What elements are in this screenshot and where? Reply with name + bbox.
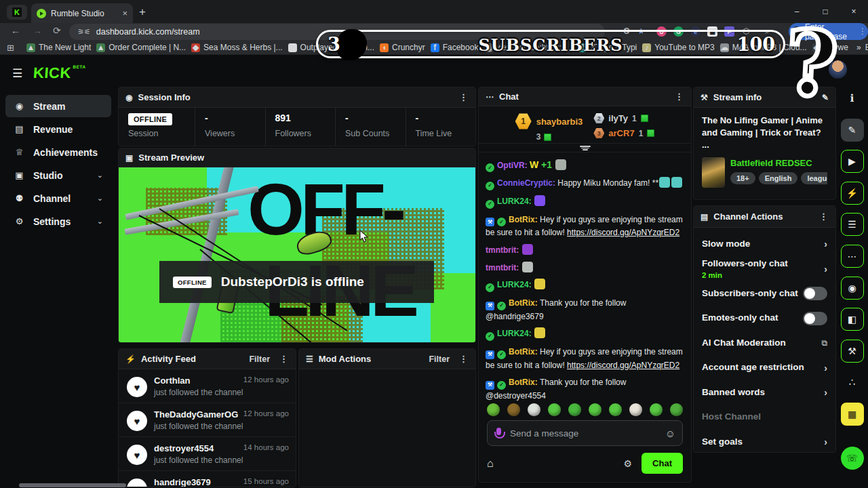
bookmark-item[interactable]: ▲The New Light (26, 43, 91, 52)
browser-menu-icon[interactable]: ⋮ (859, 26, 867, 36)
category-name[interactable]: Battlefield REDSEC (730, 158, 827, 168)
chat-username[interactable]: ConnieCryptic: (497, 178, 557, 188)
cry-emote[interactable] (670, 403, 683, 416)
message-link[interactable]: https://discord.gg/ApNYzqrED2 (567, 361, 679, 370)
leaderboard-user[interactable]: shaybarbi3 (536, 117, 583, 127)
close-button[interactable]: × (840, 0, 868, 23)
grin-emote[interactable] (548, 403, 561, 416)
channel-action-subscribers-only-chat[interactable]: Subscribers-only chat (702, 281, 827, 306)
chat-username[interactable]: BotRix: (509, 215, 540, 224)
channel-action-account-age-restriction[interactable]: Account age restriction› (702, 356, 827, 381)
channel-action-slow-mode[interactable]: Slow mode› (702, 232, 827, 257)
sidebar-item-studio[interactable]: ▣Studio⌄ (5, 164, 111, 186)
hamburger-icon[interactable]: ☰ (12, 66, 22, 81)
halo-emote[interactable] (487, 403, 500, 416)
site-settings-icon[interactable]: ⚞⚟ (77, 28, 91, 37)
chat-bubble-icon[interactable]: ⋯ (841, 245, 864, 268)
message-text: Happy Miku Monday fam! ** (557, 178, 658, 188)
chat-username[interactable]: OptiVR: (497, 161, 530, 170)
sidebar-item-channel[interactable]: ⚉Channel⌄ (5, 187, 111, 209)
channel-action-emotes-only-chat[interactable]: Emotes-only chat (702, 306, 827, 331)
bookmarks-overflow[interactable]: » Bookmarks (856, 43, 868, 52)
channel-action-banned-words[interactable]: Banned words› (702, 380, 827, 405)
toggle-switch[interactable] (803, 312, 827, 325)
chat-username[interactable]: BotRix: (509, 347, 540, 357)
panel-title: Session Info (138, 92, 190, 102)
message-link[interactable]: https://discord.gg/ApNYzqrED2 (567, 228, 679, 237)
chat-message: ✓ConnieCryptic: Happy Miku Monday fam! *… (486, 177, 684, 190)
pinned-tab-kick[interactable]: K (7, 5, 27, 20)
leaderboard-user[interactable]: ilyTy (608, 113, 628, 123)
horizontal-scrollbar[interactable] (19, 483, 126, 487)
stream-preview-icon[interactable]: ▶ (841, 150, 864, 173)
clown-emote[interactable] (528, 403, 540, 416)
sidebar-item-stream[interactable]: ◉Stream (5, 95, 111, 117)
kebab-menu-icon[interactable]: ⋮ (459, 92, 469, 102)
filter-button[interactable]: Filter (249, 354, 270, 364)
chat-settings-gear-icon[interactable]: ⚙ (624, 458, 633, 469)
kebab-menu-icon[interactable]: ⋮ (459, 354, 469, 364)
channel-action-ai-chat-moderation[interactable]: AI Chat Moderation⧉ (702, 331, 827, 356)
sidebar-item-settings[interactable]: ⚙Settings⌄ (5, 210, 111, 232)
chat-username[interactable]: BotRix: (509, 298, 540, 308)
edit-icon[interactable]: ✎ (841, 119, 864, 142)
message-text: Thank you for the follow @destroyer4554 (486, 378, 626, 401)
chat-username[interactable]: tmntbrit: (486, 263, 521, 272)
chat-input[interactable]: ☺ (487, 420, 683, 446)
toggle-switch[interactable] (803, 287, 827, 300)
message-input[interactable] (509, 428, 659, 439)
bookmark-item[interactable]: ▲Order Complete | N... (96, 43, 186, 52)
bookmark-item[interactable]: ◆Sea Moss & Herbs |... (191, 43, 283, 52)
angry-emote[interactable] (507, 403, 520, 416)
tab-close-icon[interactable]: × (122, 8, 127, 18)
leaderboard-collapse-handle[interactable] (479, 144, 691, 152)
kebab-menu-icon[interactable]: ⋮ (675, 92, 684, 102)
notes-icon[interactable]: ☰ (841, 213, 864, 236)
baby-emote[interactable] (629, 403, 642, 416)
activity-feed-row[interactable]: ♥destroyer4554just followed the channel1… (119, 436, 296, 470)
shop-icon[interactable]: ⌂ (487, 458, 494, 470)
wrench-icon[interactable]: ⚒ (841, 340, 864, 363)
apps-icon[interactable]: ⊞ (7, 43, 14, 53)
activity-feed-row[interactable]: ♥TheDaddyGamerOGjust followed the channe… (119, 403, 296, 436)
chat-username[interactable]: tmntbrit: (486, 245, 521, 255)
new-tab-button[interactable]: + (139, 5, 146, 19)
activity-feed-row[interactable]: ♥handrige3679just followed the channel15… (119, 470, 296, 487)
dots-icon[interactable]: ∴ (841, 371, 864, 394)
verified-badge-icon: ✓ (497, 218, 506, 226)
chat-send-button[interactable]: Chat (642, 453, 683, 474)
back-icon[interactable]: ← (11, 25, 20, 36)
kebab-menu-icon[interactable]: ⋮ (819, 211, 829, 222)
channel-action-followers-only-chat[interactable]: Followers-only chat2 min› (702, 257, 827, 282)
chat-username[interactable]: LURK24: (497, 329, 534, 338)
leaderboard-user[interactable]: arCR7 (608, 128, 634, 138)
forward-icon[interactable]: → (33, 25, 42, 36)
happy-emote[interactable] (609, 403, 622, 416)
wink-emote[interactable] (650, 403, 663, 416)
filter-button[interactable]: Filter (429, 354, 450, 364)
activity-icon[interactable]: ⚡ (841, 182, 864, 205)
activity-feed-row[interactable]: ♥Corthlanjust followed the channel12 hou… (119, 369, 296, 403)
camera-icon[interactable]: ◧ (841, 308, 864, 331)
clips-icon[interactable]: ▦ (841, 403, 864, 426)
microphone-icon[interactable] (494, 428, 502, 439)
chat-username[interactable]: LURK24: (497, 280, 534, 289)
kebab-menu-icon[interactable]: ⋮ (279, 354, 289, 364)
broadcast-icon[interactable]: ◉ (841, 277, 864, 300)
support-icon[interactable]: ☏ (841, 447, 864, 470)
verified-badge-icon: ✓ (486, 182, 494, 190)
sidebar-item-achievements[interactable]: ♕Achievements (5, 141, 111, 163)
channel-action-set-goals[interactable]: Set goals› (702, 430, 827, 453)
chat-username[interactable]: BotRix: (509, 378, 540, 387)
info-icon[interactable]: ℹ (841, 87, 864, 110)
tag-pill[interactable]: English (759, 172, 798, 184)
tag-pill[interactable]: leagueofle (801, 172, 827, 184)
sidebar-item-revenue[interactable]: ▤Revenue (5, 118, 111, 140)
tag-pill[interactable]: 18+ (730, 172, 755, 184)
tab-rumble-studio[interactable]: Rumble Studio × (31, 3, 133, 23)
reload-icon[interactable]: ⟳ (53, 25, 61, 36)
smile-emote[interactable] (589, 403, 601, 416)
emoji-picker-icon[interactable]: ☺ (665, 428, 675, 439)
chat-username[interactable]: LURK24: (497, 197, 534, 206)
headphones-emote[interactable] (568, 403, 581, 416)
